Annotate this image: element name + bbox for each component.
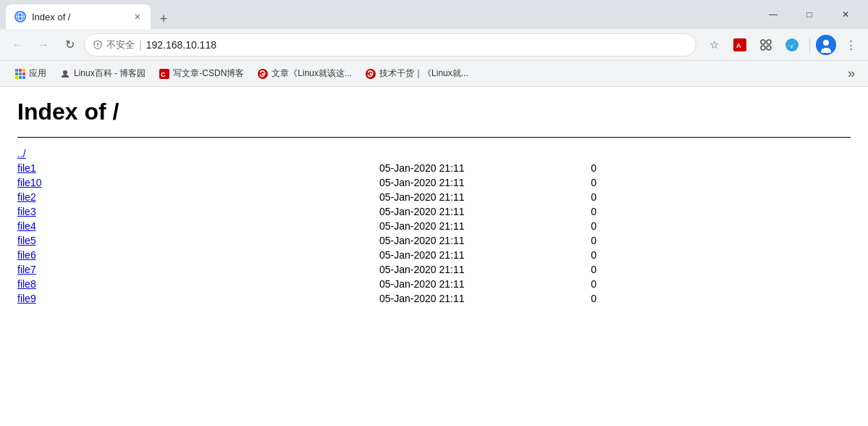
file-row: file905-Jan-2020 21:110 bbox=[17, 291, 851, 306]
file-date-cell: 05-Jan-2020 21:11 bbox=[379, 293, 524, 304]
page-divider bbox=[17, 137, 851, 138]
bookmark-linux-baike[interactable]: Linux百科 - 博客园 bbox=[54, 64, 151, 83]
svg-rect-16 bbox=[19, 69, 22, 72]
file-link[interactable]: file3 bbox=[17, 206, 36, 217]
file-link[interactable]: file6 bbox=[17, 249, 36, 261]
file-date-cell: 05-Jan-2020 21:11 bbox=[379, 162, 524, 174]
minimize-button[interactable]: — bbox=[757, 4, 790, 25]
file-date-cell: 05-Jan-2020 21:11 bbox=[379, 177, 524, 188]
address-divider: | bbox=[139, 39, 142, 51]
security-label: 不安全 bbox=[106, 38, 135, 51]
csdn-favicon: C bbox=[159, 68, 170, 80]
file-size-cell: 0 bbox=[524, 278, 597, 290]
profile-button[interactable] bbox=[816, 35, 836, 55]
file-date-cell: 05-Jan-2020 21:11 bbox=[379, 206, 524, 217]
svg-rect-22 bbox=[19, 76, 22, 79]
file-size-cell: 0 bbox=[524, 235, 597, 246]
file-name-cell: file7 bbox=[17, 264, 379, 275]
tab-title: Index of / bbox=[32, 12, 127, 22]
svg-rect-21 bbox=[15, 76, 18, 79]
file-date-cell: 05-Jan-2020 21:11 bbox=[379, 249, 524, 261]
file-size-cell: 0 bbox=[524, 249, 597, 261]
file-row: file205-Jan-2020 21:110 bbox=[17, 190, 851, 204]
svg-rect-15 bbox=[15, 69, 18, 72]
file-link[interactable]: file2 bbox=[17, 191, 36, 203]
more-icon: ⋮ bbox=[846, 38, 856, 51]
file-size-cell: 0 bbox=[524, 293, 597, 304]
menu-button[interactable]: ⋮ bbox=[839, 33, 862, 57]
reload-button[interactable]: ↻ bbox=[58, 33, 81, 57]
file-link[interactable]: file10 bbox=[17, 177, 41, 188]
tab-area: Index of / × + bbox=[6, 0, 751, 29]
file-link[interactable]: file8 bbox=[17, 278, 36, 290]
svg-point-13 bbox=[823, 40, 829, 46]
bookmark-apps-label: 应用 bbox=[29, 67, 46, 80]
file-size-cell: 0 bbox=[524, 191, 597, 203]
svg-point-9 bbox=[761, 46, 765, 50]
forward-button[interactable]: → bbox=[32, 33, 55, 57]
tab-favicon bbox=[14, 11, 26, 22]
file-name-cell: file5 bbox=[17, 235, 379, 246]
bookmark-linux-book2-label: 技术干货｜《Linux就... bbox=[379, 67, 468, 80]
file-date-cell: 05-Jan-2020 21:11 bbox=[379, 191, 524, 203]
security-icon bbox=[93, 40, 102, 50]
telegram-button[interactable] bbox=[780, 33, 804, 57]
maximize-button[interactable]: □ bbox=[793, 4, 826, 25]
bookmark-linux-book2[interactable]: 技术干货｜《Linux就... bbox=[359, 64, 474, 83]
svg-point-11 bbox=[785, 38, 799, 51]
tab-close-button[interactable]: × bbox=[133, 9, 142, 24]
adobe-button[interactable]: A bbox=[728, 33, 751, 57]
svg-point-30 bbox=[370, 72, 372, 75]
page-content: Index of / ../file105-Jan-2020 21:110fil… bbox=[0, 87, 868, 426]
file-name-cell: file3 bbox=[17, 206, 379, 217]
file-list: ../file105-Jan-2020 21:110file1005-Jan-2… bbox=[17, 146, 851, 306]
page-title: Index of / bbox=[17, 99, 851, 125]
file-date-cell: 05-Jan-2020 21:11 bbox=[379, 235, 524, 246]
file-size-cell: 0 bbox=[524, 264, 597, 275]
bookmark-apps[interactable]: 应用 bbox=[9, 64, 52, 83]
window-controls: — □ ✕ bbox=[757, 4, 862, 25]
svg-point-4 bbox=[97, 45, 98, 46]
file-link[interactable]: file7 bbox=[17, 264, 36, 275]
file-link[interactable]: file9 bbox=[17, 293, 36, 304]
file-size-cell: 0 bbox=[524, 206, 597, 217]
bookmark-star-button[interactable]: ☆ bbox=[702, 33, 725, 57]
file-size-cell: 0 bbox=[524, 177, 597, 188]
bookmark-linux-book1[interactable]: 文章《Linux就该这... bbox=[251, 64, 358, 83]
file-link[interactable]: ../ bbox=[17, 148, 26, 159]
file-link[interactable]: file5 bbox=[17, 235, 36, 246]
bookmark-csdn[interactable]: C 写文章-CSDN博客 bbox=[153, 64, 250, 83]
svg-point-28 bbox=[262, 72, 264, 75]
more-bookmarks-button[interactable]: » bbox=[843, 63, 859, 84]
linux-book2-favicon bbox=[365, 68, 376, 80]
file-date-cell: 05-Jan-2020 21:11 bbox=[379, 264, 524, 275]
new-tab-button[interactable]: + bbox=[153, 9, 174, 29]
title-bar: Index of / × + — □ ✕ bbox=[0, 0, 868, 29]
active-tab[interactable]: Index of / × bbox=[6, 4, 151, 29]
file-link[interactable]: file1 bbox=[17, 162, 36, 174]
file-row: file505-Jan-2020 21:110 bbox=[17, 233, 851, 248]
star-icon: ☆ bbox=[709, 38, 719, 51]
bookmarks-bar: 应用 Linux百科 - 博客园 C 写文章-CSDN博客 bbox=[0, 61, 868, 87]
address-bar[interactable]: 不安全 | 192.168.10.118 bbox=[84, 33, 696, 57]
file-row: file105-Jan-2020 21:110 bbox=[17, 161, 851, 175]
svg-rect-17 bbox=[22, 69, 25, 72]
close-button[interactable]: ✕ bbox=[829, 4, 862, 25]
bookmark-linux-baike-label: Linux百科 - 博客园 bbox=[74, 67, 146, 80]
file-row: file705-Jan-2020 21:110 bbox=[17, 262, 851, 277]
url-text: 192.168.10.118 bbox=[146, 39, 216, 51]
file-link[interactable]: file4 bbox=[17, 220, 36, 232]
file-name-cell: file4 bbox=[17, 220, 379, 232]
svg-rect-19 bbox=[19, 72, 22, 75]
toolbar-separator bbox=[809, 38, 810, 52]
back-button[interactable]: ← bbox=[6, 33, 29, 57]
extensions-button[interactable] bbox=[754, 33, 778, 57]
file-row: file1005-Jan-2020 21:110 bbox=[17, 175, 851, 190]
file-row: file605-Jan-2020 21:110 bbox=[17, 248, 851, 262]
svg-text:A: A bbox=[736, 42, 741, 49]
svg-rect-23 bbox=[22, 76, 25, 79]
file-name-cell: file10 bbox=[17, 177, 379, 188]
file-date-cell: 05-Jan-2020 21:11 bbox=[379, 220, 524, 232]
browser-window: Index of / × + — □ ✕ ← → ↻ 不安全 | 192 bbox=[0, 0, 868, 426]
svg-point-8 bbox=[767, 40, 771, 44]
